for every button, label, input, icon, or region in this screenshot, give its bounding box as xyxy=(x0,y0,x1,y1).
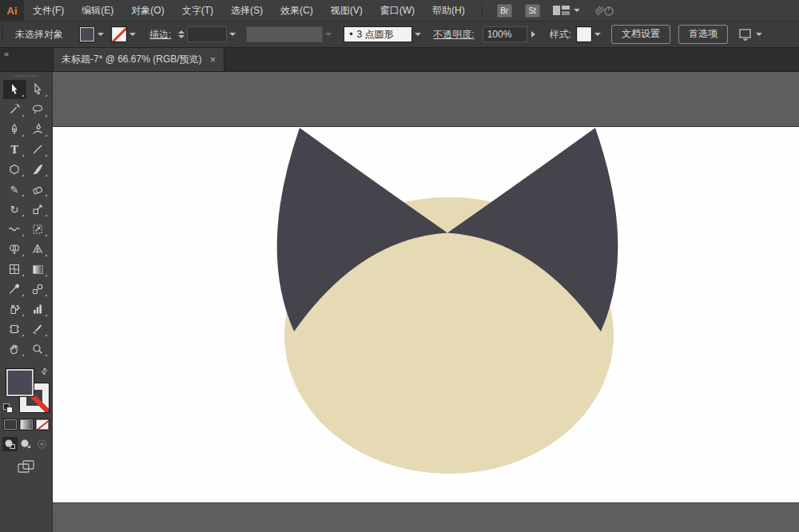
fill-color-swatch[interactable] xyxy=(79,26,95,42)
menu-view[interactable]: 视图(V) xyxy=(322,0,372,21)
menu-help[interactable]: 帮助(H) xyxy=(423,0,474,21)
rotate-tool[interactable]: ↻ xyxy=(3,200,26,219)
gradient-tool[interactable] xyxy=(26,260,50,279)
swap-fill-stroke-icon[interactable]: ⇄ xyxy=(38,366,50,377)
opacity-expand-button[interactable] xyxy=(527,26,540,42)
menu-type[interactable]: 文字(T) xyxy=(173,0,222,21)
document-tab-title: 未标题-7* @ 66.67% (RGB/预览) xyxy=(62,53,202,66)
stroke-color-swatch[interactable] xyxy=(111,26,127,42)
tab-bar: « 未标题-7* @ 66.67% (RGB/预览) × xyxy=(0,48,799,72)
menu-divider xyxy=(482,4,483,17)
eraser-tool[interactable] xyxy=(26,180,50,199)
collapse-panels-icon[interactable]: « xyxy=(0,48,53,71)
selection-status-label: 未选择对象 xyxy=(15,28,63,42)
type-tool[interactable]: T xyxy=(3,140,26,159)
color-button[interactable] xyxy=(3,419,18,431)
opacity-label[interactable]: 不透明度: xyxy=(433,28,474,42)
arrange-chevron-icon xyxy=(756,33,762,36)
magic-wand-tool[interactable] xyxy=(3,100,26,119)
none-button[interactable] xyxy=(35,419,50,431)
canvas-area[interactable] xyxy=(53,72,799,532)
slice-tool[interactable] xyxy=(26,320,50,339)
menu-object[interactable]: 对象(O) xyxy=(122,0,173,21)
draw-normal-button[interactable] xyxy=(2,437,18,451)
stepper-down-icon xyxy=(178,35,185,38)
perspective-grid-tool[interactable] xyxy=(26,240,50,259)
brush-definition-dropdown[interactable]: • 3 点圆形 xyxy=(344,26,412,42)
artboard[interactable] xyxy=(53,126,799,503)
variable-width-chevron xyxy=(323,26,334,42)
brush-preset-value: 3 点圆形 xyxy=(357,28,394,42)
control-bar-grip xyxy=(2,26,7,43)
column-graph-tool[interactable] xyxy=(26,300,50,319)
shape-builder-tool[interactable] xyxy=(3,240,26,259)
stroke-weight-input[interactable] xyxy=(187,26,227,42)
menu-select[interactable]: 选择(S) xyxy=(222,0,272,21)
free-transform-tool[interactable] xyxy=(26,220,50,239)
menu-edit[interactable]: 编辑(E) xyxy=(73,0,122,21)
paint-style-buttons xyxy=(3,419,50,431)
fill-stroke-widget: ⇄ xyxy=(3,367,50,415)
bridge-button[interactable]: Br xyxy=(497,4,512,18)
stroke-weight-stepper[interactable] xyxy=(178,30,185,38)
illustrator-logo: Ai xyxy=(0,0,24,21)
brush-definition-chevron[interactable] xyxy=(412,26,423,42)
symbol-sprayer-tool[interactable] xyxy=(3,300,26,319)
style-swatch[interactable] xyxy=(576,26,592,42)
artboard-tool[interactable] xyxy=(3,320,26,339)
variable-width-profile-dropdown xyxy=(246,26,323,42)
control-bar: 未选择对象 描边: • 3 点圆形 不透明度: 100% 样式: 文档设置 首选… xyxy=(0,21,799,48)
zoom-tool[interactable] xyxy=(26,339,50,359)
workspace-switcher-icon[interactable] xyxy=(553,5,570,16)
style-chevron[interactable] xyxy=(592,26,603,42)
menu-file[interactable]: 文件(F) xyxy=(24,0,73,21)
eyedropper-tool[interactable] xyxy=(3,280,26,299)
stroke-weight-chevron[interactable] xyxy=(227,26,238,42)
mesh-tool[interactable] xyxy=(3,260,26,279)
scale-tool[interactable] xyxy=(26,200,50,219)
screen-mode-button[interactable] xyxy=(17,459,36,478)
tools-panel: T ✎ ↻ xyxy=(0,72,53,532)
hand-tool[interactable] xyxy=(3,339,26,359)
width-tool[interactable] xyxy=(3,220,26,239)
menu-effect[interactable]: 效果(C) xyxy=(272,0,322,21)
brush-preview-icon: • xyxy=(349,29,352,40)
default-fill-stroke-icon[interactable] xyxy=(3,403,14,413)
workspace-chevron-icon[interactable] xyxy=(574,9,580,12)
fill-color-chevron[interactable] xyxy=(95,26,106,42)
style-label: 样式: xyxy=(550,28,571,42)
stepper-up-icon xyxy=(178,30,185,34)
pen-tool[interactable] xyxy=(3,120,26,139)
paintbrush-tool[interactable] xyxy=(26,160,50,179)
stock-button[interactable]: St xyxy=(525,4,540,18)
arrange-documents-icon[interactable] xyxy=(739,29,762,41)
draw-behind-button[interactable] xyxy=(18,437,34,451)
illustrator-window: Ai 文件(F) 编辑(E) 对象(O) 文字(T) 选择(S) 效果(C) 视… xyxy=(0,0,799,532)
pencil-tool[interactable]: ✎ xyxy=(3,180,26,199)
menu-window[interactable]: 窗口(W) xyxy=(372,0,423,21)
drawing-modes xyxy=(2,437,50,451)
document-tab[interactable]: 未标题-7* @ 66.67% (RGB/预览) × xyxy=(53,48,225,71)
tools-panel-grip[interactable] xyxy=(14,75,38,77)
fill-indicator[interactable] xyxy=(6,368,34,397)
curvature-tool[interactable] xyxy=(26,120,50,139)
draw-inside-button xyxy=(34,437,50,451)
blend-tool[interactable] xyxy=(26,280,50,299)
stroke-weight-label[interactable]: 描边: xyxy=(149,28,171,42)
line-segment-tool[interactable] xyxy=(26,140,50,159)
gradient-button[interactable] xyxy=(19,419,34,431)
cs-live-icon[interactable] xyxy=(594,4,615,17)
menu-bar: Ai 文件(F) 编辑(E) 对象(O) 文字(T) 选择(S) 效果(C) 视… xyxy=(0,0,799,21)
stroke-color-chevron[interactable] xyxy=(127,26,138,42)
direct-selection-tool[interactable] xyxy=(26,80,50,99)
opacity-input[interactable]: 100% xyxy=(483,26,527,42)
lasso-tool[interactable] xyxy=(26,100,50,119)
polygon-tool[interactable] xyxy=(3,160,26,179)
selection-tool[interactable] xyxy=(3,80,26,99)
document-setup-button[interactable]: 文档设置 xyxy=(611,25,670,44)
tab-close-icon[interactable]: × xyxy=(210,54,217,65)
preferences-button[interactable]: 首选项 xyxy=(678,25,728,44)
